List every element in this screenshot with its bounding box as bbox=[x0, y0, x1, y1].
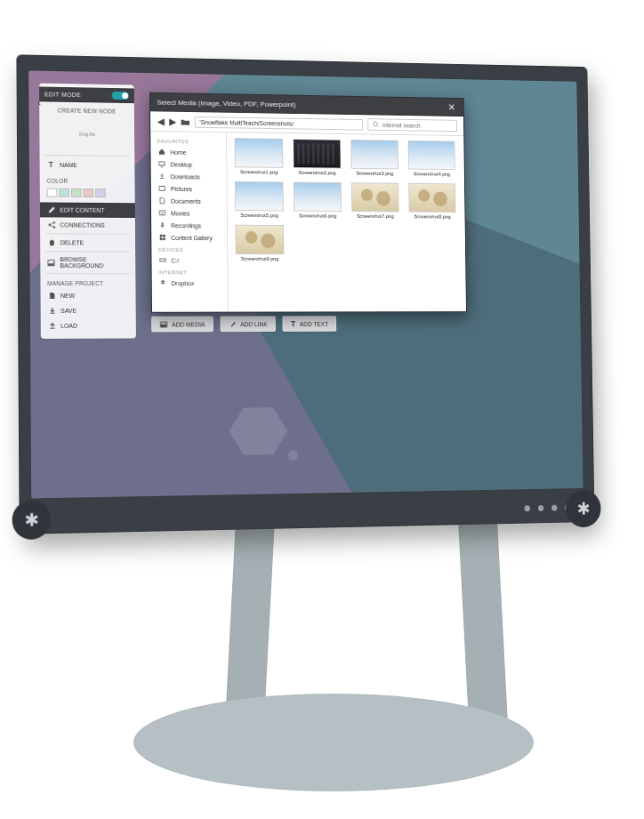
documents-icon bbox=[158, 197, 167, 205]
thumbnail-image bbox=[234, 138, 283, 168]
drive-icon bbox=[158, 257, 167, 264]
desktop-icon bbox=[157, 160, 166, 167]
svg-rect-13 bbox=[163, 237, 165, 240]
connections-icon bbox=[47, 221, 56, 229]
dropbox-icon bbox=[158, 279, 167, 286]
sidebar-section-internet: INTERNET bbox=[152, 266, 228, 277]
path-field[interactable]: 'Snowflake MultiTeach/Screenshots/ bbox=[195, 116, 363, 131]
delete-row[interactable]: DELETE bbox=[40, 235, 135, 250]
thumbnail-caption: Screenshot9.png bbox=[241, 256, 279, 261]
movies-icon bbox=[158, 209, 167, 216]
file-thumbnail[interactable]: Screenshot5.png bbox=[234, 181, 285, 218]
sidebar-item-gallery[interactable]: Content Gallery bbox=[151, 231, 227, 244]
drop-hint: Drag file bbox=[79, 132, 95, 137]
thumbnail-caption: Screenshot3.png bbox=[356, 171, 393, 176]
manage-project-title: MANAGE PROJECT bbox=[40, 275, 135, 288]
name-row[interactable]: T NAME bbox=[40, 157, 135, 173]
new-project-row[interactable]: NEW bbox=[41, 288, 136, 303]
file-grid: Screenshot1.pngScreenshot2.pngScreenshot… bbox=[227, 132, 466, 311]
thumbnail-image bbox=[350, 140, 398, 169]
download-icon bbox=[157, 173, 166, 180]
browse-background-row[interactable]: BROWSE BACKGROUND bbox=[40, 253, 135, 272]
thumbnail-caption: Screenshot7.png bbox=[357, 213, 394, 219]
thumbnail-caption: Screenshot1.png bbox=[240, 169, 278, 174]
sidebar-item-dropbox[interactable]: Dropbox bbox=[152, 277, 228, 289]
svg-point-5 bbox=[374, 122, 377, 126]
file-thumbnail[interactable]: Screenshot8.png bbox=[407, 183, 456, 220]
color-swatch[interactable] bbox=[95, 189, 106, 197]
svg-rect-6 bbox=[159, 162, 165, 165]
panel-header: EDIT MODE bbox=[39, 86, 134, 103]
nav-forward-button[interactable]: ▶ bbox=[169, 116, 176, 127]
home-button-right[interactable]: ✱ bbox=[566, 490, 601, 528]
home-button-left[interactable]: ✱ bbox=[12, 500, 51, 540]
svg-rect-10 bbox=[160, 235, 163, 237]
gallery-icon bbox=[158, 234, 167, 241]
thumbnail-caption: Screenshot8.png bbox=[414, 214, 450, 220]
pictures-icon bbox=[157, 185, 166, 192]
add-media-button[interactable]: ADD MEDIA bbox=[151, 317, 213, 333]
file-icon bbox=[47, 292, 56, 300]
search-input[interactable] bbox=[382, 122, 453, 129]
color-swatches bbox=[40, 187, 135, 204]
connections-row[interactable]: CONNECTIONS bbox=[40, 217, 135, 233]
add-link-button[interactable]: ADD LINK bbox=[220, 316, 276, 332]
add-media-label: ADD MEDIA bbox=[172, 321, 205, 327]
sidebar-item-drive-c[interactable]: C:/ bbox=[151, 254, 227, 267]
sidebar-item-desktop[interactable]: Desktop bbox=[151, 157, 227, 171]
nav-back-button[interactable]: ◀ bbox=[157, 116, 165, 127]
load-label: LOAD bbox=[60, 323, 77, 329]
color-swatch[interactable] bbox=[84, 189, 94, 197]
dialog-close-button[interactable]: ✕ bbox=[446, 102, 457, 114]
sidebar-item-recordings[interactable]: Recordings bbox=[151, 219, 227, 231]
thumbnail-image bbox=[351, 182, 399, 212]
sidebar-item-documents[interactable]: Documents bbox=[151, 195, 227, 207]
thumbnail-image bbox=[294, 182, 342, 212]
file-thumbnail[interactable]: Screenshot4.png bbox=[407, 141, 456, 177]
file-thumbnail[interactable]: Screenshot3.png bbox=[350, 140, 399, 176]
edit-content-header[interactable]: EDIT CONTENT bbox=[40, 202, 135, 218]
thumbnail-caption: Screenshot5.png bbox=[240, 213, 278, 218]
save-label: SAVE bbox=[60, 308, 76, 314]
sidebar-item-home[interactable]: Home bbox=[150, 146, 226, 159]
text-icon: T bbox=[291, 319, 295, 328]
thumbnail-image bbox=[408, 141, 455, 170]
svg-rect-7 bbox=[159, 186, 165, 190]
new-label: NEW bbox=[60, 293, 75, 299]
monitor-stand-base bbox=[133, 694, 534, 791]
add-link-label: ADD LINK bbox=[240, 321, 268, 327]
sidebar-item-movies[interactable]: Movies bbox=[151, 206, 227, 219]
create-node-dropzone[interactable]: Drag file bbox=[69, 118, 104, 150]
monitor-indicator-dots bbox=[525, 504, 571, 511]
search-icon bbox=[373, 121, 379, 128]
color-swatch[interactable] bbox=[47, 189, 58, 197]
file-thumbnail[interactable]: Screenshot1.png bbox=[234, 138, 285, 175]
add-text-label: ADD TEXT bbox=[300, 321, 328, 327]
file-thumbnail[interactable]: Screenshot6.png bbox=[293, 182, 342, 219]
screen: ‹ EDIT MODE CREATE NEW NODE Drag file T … bbox=[28, 70, 583, 498]
color-swatch[interactable] bbox=[71, 189, 82, 197]
svg-rect-11 bbox=[163, 235, 165, 237]
svg-rect-9 bbox=[162, 222, 164, 226]
load-project-row[interactable]: LOAD bbox=[41, 318, 136, 333]
browse-background-label: BROWSE BACKGROUND bbox=[60, 256, 128, 269]
edit-panel: ‹ EDIT MODE CREATE NEW NODE Drag file T … bbox=[39, 84, 136, 339]
edit-mode-toggle[interactable] bbox=[112, 92, 129, 100]
add-text-button[interactable]: T ADD TEXT bbox=[283, 316, 337, 332]
file-thumbnail[interactable]: Screenshot9.png bbox=[235, 225, 286, 261]
load-icon bbox=[48, 322, 57, 330]
sidebar-item-downloads[interactable]: Downloads bbox=[151, 170, 227, 183]
file-thumbnail[interactable]: Screenshot2.png bbox=[292, 139, 342, 175]
search-field[interactable] bbox=[367, 118, 457, 132]
sidebar-section-devices: DEVICES bbox=[151, 244, 227, 254]
file-thumbnail[interactable]: Screenshot7.png bbox=[350, 182, 400, 219]
monitor: ✱ ✱ ‹ EDIT MODE CREATE NEW NODE Drag fil… bbox=[16, 54, 594, 534]
thumbnail-caption: Screenshot6.png bbox=[299, 213, 336, 219]
save-project-row[interactable]: SAVE bbox=[41, 303, 136, 318]
edit-content-label: EDIT CONTENT bbox=[60, 207, 104, 213]
image-icon bbox=[47, 259, 55, 267]
color-swatch[interactable] bbox=[59, 189, 69, 197]
panel-back-button[interactable]: ‹ bbox=[37, 96, 41, 108]
connections-label: CONNECTIONS bbox=[60, 221, 105, 228]
sidebar-item-pictures[interactable]: Pictures bbox=[151, 182, 227, 196]
